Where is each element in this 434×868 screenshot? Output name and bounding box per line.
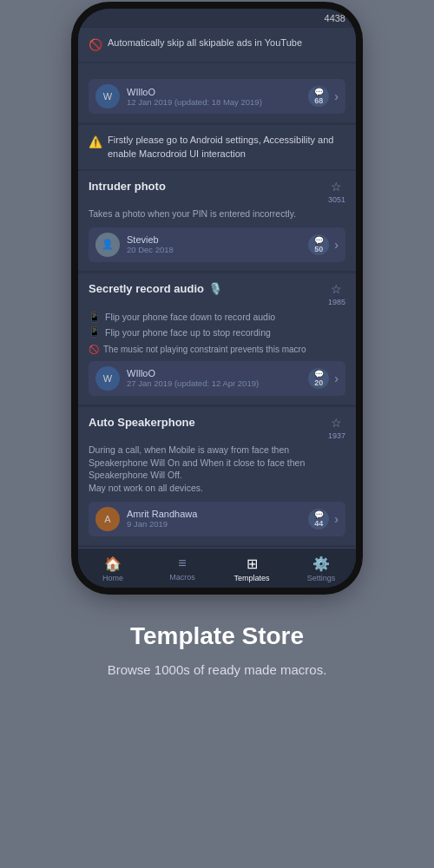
banner-skip-ads-text: Automatically skip all skipable ads in Y… <box>108 36 302 49</box>
comment-count-willoo: 68 <box>314 96 323 105</box>
card-header-speakerphone: Auto Speakerphone ☆ 1937 <box>89 416 345 440</box>
star-area-intruder[interactable]: ☆ 3051 <box>328 180 345 204</box>
author-row-willoo-record[interactable]: W WIlloO 27 Jan 2019 (updated: 12 Apr 20… <box>89 361 345 396</box>
star-count-speakerphone: 1937 <box>328 431 345 440</box>
card-intruder-photo: Intruder photo ☆ 3051 Takes a photo when… <box>78 171 356 271</box>
author-name-willoo-record: WIlloO <box>127 368 259 378</box>
comment-badge-willoo-record[interactable]: 💬 20 <box>308 368 329 389</box>
banner-accessibility-text: Firstly please go to Android settings, A… <box>108 134 345 161</box>
author-left-willoo-record: W WIlloO 27 Jan 2019 (updated: 12 Apr 20… <box>95 366 259 391</box>
warning-icon: ⚠️ <box>89 135 102 150</box>
bottom-nav: 🏠 Home ≡ Macros ⊞ Templates ⚙️ Settings <box>78 548 356 588</box>
nav-label-templates: Templates <box>233 574 269 582</box>
author-left-amrit: A Amrit Randhawa 9 Jan 2019 <box>95 507 197 531</box>
author-info-willoo-record: WIlloO 27 Jan 2019 (updated: 12 Apr 2019… <box>127 368 259 388</box>
comment-count-stevieb: 50 <box>314 245 323 253</box>
comment-count-amrit: 44 <box>314 519 323 528</box>
card-secretly-record: Secretly record audio 🎙️ ☆ 1985 📱 Flip y… <box>78 273 356 404</box>
card-desc-speakerphone: During a call, when Mobile is away from … <box>89 444 345 495</box>
author-row-stevieb[interactable]: 👤 Stevieb 20 Dec 2018 💬 50 › <box>89 227 345 262</box>
author-date-willoo-record: 27 Jan 2019 (updated: 12 Apr 2019) <box>127 378 259 388</box>
banner-skip-ads: 🚫 Automatically skip all skipable ads in… <box>78 28 356 62</box>
avatar-willoo-record: W <box>95 366 120 391</box>
author-row-amrit[interactable]: A Amrit Randhawa 9 Jan 2019 💬 44 › <box>89 502 345 536</box>
star-icon-intruder: ☆ <box>331 180 342 194</box>
author-date-stevieb: 20 Dec 2018 <box>127 245 174 254</box>
author-right-amrit: 💬 44 › <box>308 509 339 529</box>
author-name-stevieb: Stevieb <box>127 234 174 245</box>
phone-down-icon: 📱 <box>89 310 101 326</box>
expand-arrow-amrit[interactable]: › <box>334 512 339 526</box>
expand-arrow-stevieb[interactable]: › <box>334 238 339 252</box>
nav-item-templates[interactable]: ⊞ Templates <box>217 549 286 588</box>
bottom-heading: Template Store <box>17 622 417 650</box>
settings-icon: ⚙️ <box>312 556 330 572</box>
constraint-note-secretly: 🚫 The music not playing constraint preve… <box>89 345 345 354</box>
author-left: W WIlloO 12 Jan 2019 (updated: 18 May 20… <box>95 84 262 108</box>
star-icon-secretly: ☆ <box>331 282 342 296</box>
card-header-secretly: Secretly record audio 🎙️ ☆ 1985 <box>89 282 345 306</box>
status-bar: 4438 <box>78 9 356 28</box>
star-count-secretly: 1985 <box>328 298 345 306</box>
author-right-willoo-record: 💬 20 › <box>308 368 339 389</box>
star-count-intruder: 3051 <box>328 195 345 204</box>
card-title-text-secretly: Secretly record audio <box>89 282 204 295</box>
page-wrapper: 4438 🚫 Automatically skip all skipable a… <box>0 0 434 868</box>
bullet-1-text-secretly: Flip your phone face down to record audi… <box>105 310 275 325</box>
author-right-stevieb: 💬 50 › <box>308 234 339 255</box>
home-icon: 🏠 <box>104 556 122 572</box>
bullet-2-secretly: 📱 Flip your phone face up to stop record… <box>89 325 345 340</box>
author-name-willoo: WIlloO <box>127 87 262 97</box>
avatar-amrit: A <box>95 507 120 531</box>
nav-item-macros[interactable]: ≡ Macros <box>148 549 217 588</box>
screen-content: 🚫 Automatically skip all skipable ads in… <box>78 28 356 588</box>
avatar-label-stevieb: 👤 <box>102 239 114 250</box>
comment-badge-willoo[interactable]: 💬 68 <box>308 86 329 107</box>
author-right-willoo: 💬 68 › <box>308 86 339 107</box>
templates-icon: ⊞ <box>247 556 258 572</box>
banner-accessibility: ⚠️ Firstly please go to Android settings… <box>78 125 356 169</box>
nav-item-settings[interactable]: ⚙️ Settings <box>286 549 356 588</box>
nav-label-macros: Macros <box>169 573 195 582</box>
card-title-speakerphone: Auto Speakerphone <box>89 416 195 429</box>
macros-icon: ≡ <box>178 556 186 571</box>
avatar-willoo: W <box>95 84 120 108</box>
nav-item-home[interactable]: 🏠 Home <box>78 549 148 588</box>
phone-frame: 4438 🚫 Automatically skip all skipable a… <box>78 9 356 588</box>
comment-icon-stevieb: 💬 <box>314 236 324 245</box>
author-info-willoo: WIlloO 12 Jan 2019 (updated: 18 May 2019… <box>127 87 262 107</box>
comment-count-willoo-record: 20 <box>314 378 323 387</box>
card-desc-intruder: Takes a photo when your PIN is entered i… <box>89 207 345 220</box>
expand-arrow-willoo-record[interactable]: › <box>334 372 339 385</box>
microphone-icon: 🎙️ <box>208 282 222 295</box>
author-date-amrit: 9 Jan 2019 <box>127 519 197 529</box>
card-willoo-standalone: W WIlloO 12 Jan 2019 (updated: 18 May 20… <box>78 63 356 122</box>
author-date-willoo: 12 Jan 2019 (updated: 18 May 2019) <box>127 97 262 107</box>
nav-label-home: Home <box>102 574 123 582</box>
bullet-1-secretly: 📱 Flip your phone face down to record au… <box>89 310 345 326</box>
no-icon: 🚫 <box>89 37 102 53</box>
bottom-subtext: Browse 1000s of ready made macros. <box>17 661 417 681</box>
author-info-stevieb: Stevieb 20 Dec 2018 <box>127 234 174 254</box>
constraint-icon-secretly: 🚫 <box>89 345 99 354</box>
nav-label-settings: Settings <box>307 574 336 582</box>
constraint-text-secretly: The music not playing constraint prevent… <box>103 345 306 354</box>
bullet-2-text-secretly: Flip your phone face up to stop recordin… <box>105 326 271 340</box>
comment-badge-amrit[interactable]: 💬 44 <box>308 509 329 529</box>
card-auto-speakerphone: Auto Speakerphone ☆ 1937 During a call, … <box>78 407 356 545</box>
star-area-speakerphone[interactable]: ☆ 1937 <box>328 416 345 440</box>
author-name-amrit: Amrit Randhawa <box>127 509 197 519</box>
expand-arrow-willoo[interactable]: › <box>334 89 339 103</box>
comment-icon-amrit: 💬 <box>314 510 324 519</box>
star-area-secretly[interactable]: ☆ 1985 <box>328 282 345 306</box>
comment-icon-willoo-record: 💬 <box>314 370 324 378</box>
comment-icon-willoo: 💬 <box>314 88 324 96</box>
author-left-stevieb: 👤 Stevieb 20 Dec 2018 <box>95 233 174 257</box>
card-title-intruder: Intruder photo <box>89 180 166 193</box>
author-row-willoo-first[interactable]: W WIlloO 12 Jan 2019 (updated: 18 May 20… <box>89 79 345 114</box>
status-time: 4438 <box>325 13 345 23</box>
bottom-section: Template Store Browse 1000s of ready mad… <box>0 588 434 707</box>
avatar-stevieb: 👤 <box>95 233 120 257</box>
author-info-amrit: Amrit Randhawa 9 Jan 2019 <box>127 509 197 529</box>
comment-badge-stevieb[interactable]: 💬 50 <box>308 234 329 255</box>
